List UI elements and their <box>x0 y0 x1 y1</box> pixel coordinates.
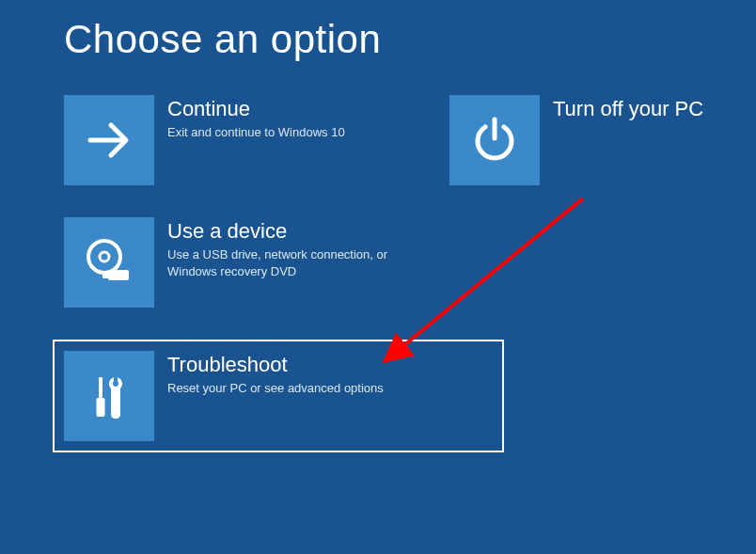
svg-rect-5 <box>102 272 110 278</box>
device-icon <box>64 217 154 308</box>
tile-row-1: Continue Exit and continue to Windows 10… <box>64 95 756 185</box>
tiles-container: Continue Exit and continue to Windows 10… <box>0 62 756 452</box>
troubleshoot-desc: Reset your PC or see advanced options <box>167 380 384 397</box>
turnoff-tile[interactable]: Turn off your PC <box>449 95 703 185</box>
usedevice-title: Use a device <box>167 219 399 244</box>
page-title: Choose an option <box>0 0 756 62</box>
continue-tile[interactable]: Continue Exit and continue to Windows 10 <box>64 95 421 185</box>
svg-point-3 <box>100 252 109 261</box>
svg-rect-6 <box>99 377 102 398</box>
tile-row-2: Use a device Use a USB drive, network co… <box>64 217 756 308</box>
usedevice-text: Use a device Use a USB drive, network co… <box>154 217 399 279</box>
tools-icon <box>64 351 154 441</box>
continue-title: Continue <box>167 97 345 121</box>
turnoff-title: Turn off your PC <box>553 97 703 121</box>
troubleshoot-text: Troubleshoot Reset your PC or see advanc… <box>154 351 384 397</box>
continue-desc: Exit and continue to Windows 10 <box>167 124 345 141</box>
turnoff-text: Turn off your PC <box>540 95 703 124</box>
troubleshoot-title: Troubleshoot <box>167 353 384 377</box>
usedevice-tile[interactable]: Use a device Use a USB drive, network co… <box>64 217 399 308</box>
tile-row-3: Troubleshoot Reset your PC or see advanc… <box>64 340 756 452</box>
arrow-right-icon <box>64 95 154 185</box>
svg-rect-4 <box>108 270 129 280</box>
svg-point-2 <box>88 241 120 273</box>
power-icon <box>449 95 540 185</box>
continue-text: Continue Exit and continue to Windows 10 <box>154 95 345 141</box>
troubleshoot-tile[interactable]: Troubleshoot Reset your PC or see advanc… <box>53 340 504 452</box>
usedevice-desc: Use a USB drive, network connection, or … <box>167 246 399 279</box>
svg-rect-7 <box>97 398 105 417</box>
